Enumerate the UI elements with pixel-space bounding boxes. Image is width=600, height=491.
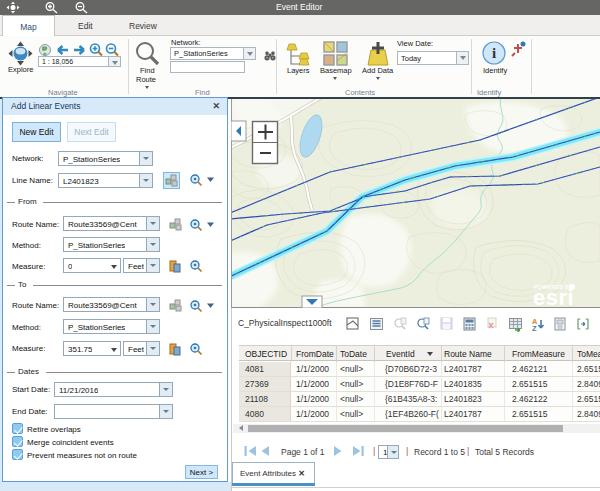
svg-text:Page 1 of 1: Page 1 of 1	[281, 447, 325, 457]
svg-text:i: i	[492, 45, 496, 61]
svg-text:Z: Z	[532, 324, 537, 332]
svg-text:esri: esri	[533, 285, 574, 308]
